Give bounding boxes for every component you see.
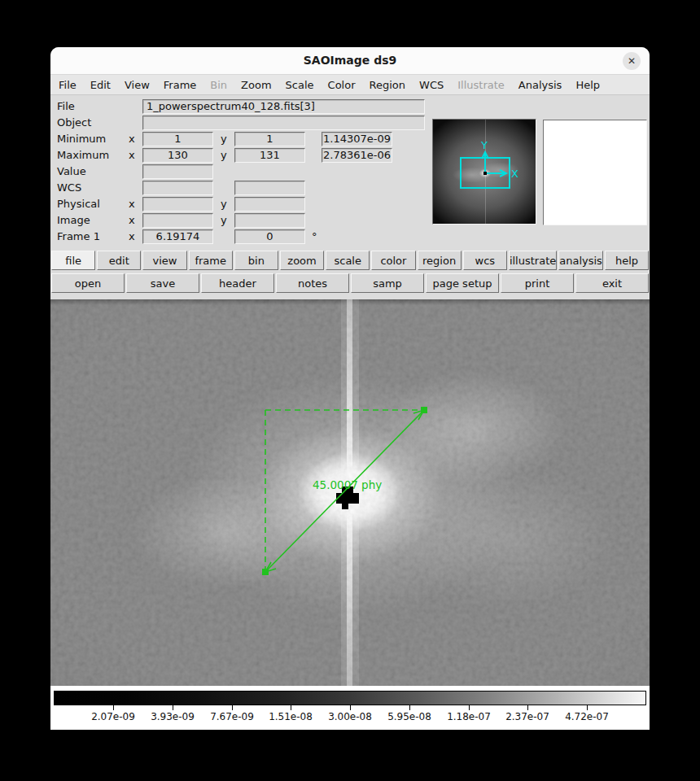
panner-compass: Y X: [433, 120, 536, 225]
maximum-x-field: 130: [142, 148, 213, 163]
minimum-x-field: 1: [142, 132, 213, 146]
toolbar-secondary: open save header notes samp page setup p…: [50, 273, 650, 294]
analysis-button[interactable]: analysis: [558, 251, 603, 270]
file-value-field: 1_powerspectrum40_128.fits[3]: [142, 99, 425, 114]
menu-wcs[interactable]: WCS: [419, 79, 444, 91]
menu-zoom[interactable]: Zoom: [241, 79, 271, 91]
wcs-field-1: [142, 181, 213, 195]
physical-row: Physical x y: [57, 196, 305, 212]
minimum-label: Minimum: [57, 133, 129, 145]
notes-button[interactable]: notes: [276, 273, 349, 293]
minimum-row: Minimum x 1 y 1 1.14307e-09: [57, 131, 392, 146]
header-button[interactable]: header: [201, 273, 274, 293]
bin-button[interactable]: bin: [234, 251, 278, 270]
maximum-label: Maximum: [57, 149, 129, 161]
menu-bin: Bin: [210, 79, 227, 91]
file-row: File 1_powerspectrum40_128.fits[3]: [57, 98, 425, 114]
degree-symbol: °: [305, 230, 317, 242]
menu-frame[interactable]: Frame: [164, 79, 197, 91]
value-label: Value: [57, 165, 129, 177]
object-label: Object: [57, 116, 129, 129]
maximum-row: Maximum x 130 y 131 2.78361e-06: [57, 147, 392, 163]
colorbar-tick-label: 3.93e-09: [151, 711, 195, 722]
exit-button[interactable]: exit: [575, 273, 649, 293]
menu-region[interactable]: Region: [370, 79, 406, 91]
panner[interactable]: Y X: [432, 119, 536, 225]
zoom-button[interactable]: zoom: [280, 251, 324, 270]
frame-x-field: 6.19174: [142, 229, 213, 244]
value-row: Value: [57, 164, 213, 179]
frame-angle-field: 0: [234, 229, 305, 244]
menu-scale[interactable]: Scale: [286, 79, 314, 91]
menu-edit[interactable]: Edit: [90, 79, 111, 91]
menu-illustrate: Illustrate: [457, 79, 505, 91]
file-label: File: [57, 100, 129, 112]
close-icon[interactable]: ✕: [623, 52, 641, 70]
x-label: x: [129, 133, 142, 145]
menu-help[interactable]: Help: [575, 79, 600, 91]
wcs-row: WCS: [57, 180, 305, 195]
region-button[interactable]: region: [418, 251, 462, 270]
save-button[interactable]: save: [126, 273, 199, 293]
y-label: y: [213, 214, 234, 226]
y-label: y: [213, 198, 234, 210]
maximum-value-field: 2.78361e-06: [322, 148, 392, 163]
ruler-handle[interactable]: [421, 407, 427, 413]
open-button[interactable]: open: [51, 273, 125, 293]
x-label: x: [129, 214, 142, 226]
image-canvas[interactable]: 45.0007 phy: [50, 299, 650, 686]
wcs-button[interactable]: wcs: [463, 251, 507, 270]
image-row: Image x y: [57, 212, 305, 228]
menu-file[interactable]: File: [59, 79, 77, 91]
scale-button[interactable]: scale: [326, 251, 370, 270]
physical-y-field: [234, 197, 305, 212]
samp-button[interactable]: samp: [351, 273, 424, 293]
region-overlay: 45.0007 phy: [50, 299, 650, 686]
image-label: Image: [57, 214, 129, 226]
menu-bar: File Edit View Frame Bin Zoom Scale Colo…: [50, 75, 650, 95]
magnifier: [543, 120, 647, 225]
toolbar-primary: file edit view frame bin zoom scale colo…: [50, 250, 650, 271]
colorbar-tick-label: 2.07e-09: [91, 711, 135, 722]
ds9-window: SAOImage ds9 ✕ File Edit View Frame Bin …: [50, 47, 650, 730]
edit-button[interactable]: edit: [97, 251, 141, 270]
image-y-field: [234, 213, 305, 228]
window-title: SAOImage ds9: [50, 54, 650, 67]
colorbar-gradient[interactable]: [54, 691, 646, 705]
x-label: x: [129, 149, 142, 161]
wcs-label: WCS: [57, 181, 129, 194]
physical-label: Physical: [57, 198, 129, 210]
colorbar-tick-label: 2.37e-07: [505, 711, 549, 722]
value-field: [142, 164, 213, 179]
menu-view[interactable]: View: [125, 79, 150, 91]
print-button[interactable]: print: [501, 273, 574, 293]
colorbar-section: 2.07e-09 3.93e-09 7.67e-09 1.51e-08 3.00…: [50, 686, 650, 730]
colorbar-tick-label: 1.51e-08: [269, 711, 313, 722]
x-label: x: [129, 198, 142, 210]
wcs-field-2: [234, 181, 305, 195]
view-button[interactable]: view: [142, 251, 186, 270]
illustrate-button[interactable]: illustrate: [509, 251, 557, 270]
frame-button[interactable]: frame: [189, 251, 233, 270]
colorbar-tick-label: 1.18e-07: [447, 711, 491, 722]
menu-color[interactable]: Color: [328, 79, 356, 91]
x-label: x: [129, 230, 142, 242]
page-setup-button[interactable]: page setup: [426, 273, 499, 293]
y-label: y: [213, 133, 234, 145]
y-label: y: [213, 149, 234, 161]
colorbar-tick-label: 7.67e-09: [210, 711, 254, 722]
frame-row: Frame 1 x 6.19174 0 °: [57, 229, 317, 244]
minimum-y-field: 1: [234, 132, 305, 146]
panner-x-axis-label: X: [511, 168, 518, 180]
maximum-y-field: 131: [234, 148, 305, 163]
physical-x-field: [142, 197, 213, 212]
help-button[interactable]: help: [605, 251, 649, 270]
colorbar-tick-label: 4.72e-07: [565, 711, 609, 722]
menu-analysis[interactable]: Analysis: [518, 79, 562, 91]
file-button[interactable]: file: [51, 251, 95, 270]
colorbar-tick-label: 3.00e-08: [328, 711, 372, 722]
color-button[interactable]: color: [371, 251, 415, 270]
ruler-handle[interactable]: [262, 569, 269, 575]
ruler-length-label: 45.0007 phy: [313, 478, 382, 491]
colorbar-tick-label: 5.95e-08: [387, 711, 431, 722]
